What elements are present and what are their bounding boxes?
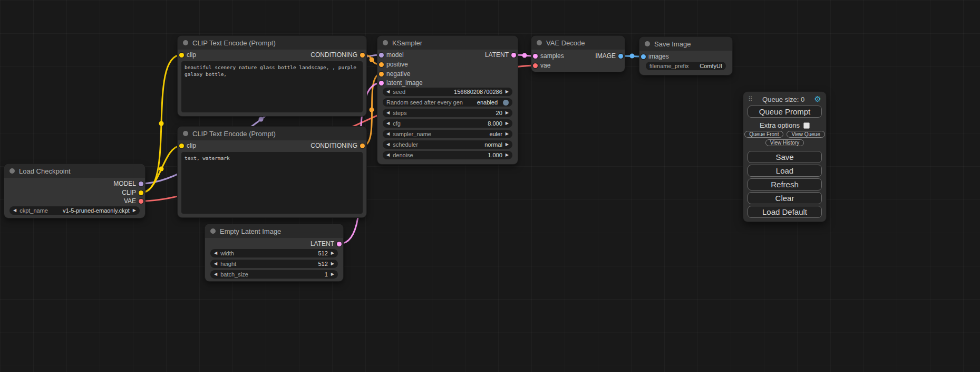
node-ksampler[interactable]: KSampler model positive negative latent_… xyxy=(377,36,518,164)
arrow-left-icon[interactable]: ◀ xyxy=(386,121,390,126)
ckpt-name-widget[interactable]: ◀ ckpt_name v1-5-pruned-emaonly.ckpt ▶ xyxy=(9,206,140,215)
collapse-dot[interactable] xyxy=(9,168,15,174)
node-ksampler-titlebar[interactable]: KSampler xyxy=(377,36,518,50)
conditioning-output-dot[interactable] xyxy=(360,144,365,148)
node-vae-decode-titlebar[interactable]: VAE Decode xyxy=(531,36,625,50)
arrow-left-icon[interactable]: ◀ xyxy=(214,272,217,276)
negative-prompt-textarea[interactable]: text, watermark xyxy=(181,152,363,214)
queue-prompt-button[interactable]: Queue Prompt xyxy=(748,106,822,118)
node-title: Save Image xyxy=(654,40,691,48)
input-slot-clip: clip xyxy=(179,142,196,149)
arrow-left-icon[interactable]: ◀ xyxy=(214,262,217,266)
steps-widget[interactable]: ◀ steps 20 ▶ xyxy=(383,109,512,117)
load-button[interactable]: Load xyxy=(748,165,822,177)
samples-input-dot[interactable] xyxy=(533,54,538,59)
graph-canvas[interactable]: Load Checkpoint MODEL CLIP VAE ◀ ckpt_na… xyxy=(0,0,980,372)
refresh-button[interactable]: Refresh xyxy=(748,178,822,190)
scheduler-widget[interactable]: ◀ scheduler normal ▶ xyxy=(383,140,512,149)
toggle-indicator[interactable] xyxy=(503,100,509,106)
model-input-dot[interactable] xyxy=(379,53,384,58)
denoise-widget[interactable]: ◀ denoise 1.000 ▶ xyxy=(383,151,512,159)
arrow-left-icon[interactable]: ◀ xyxy=(386,90,390,94)
seed-widget[interactable]: ◀ seed 156680208700286 ▶ xyxy=(383,88,512,96)
extra-options-checkbox[interactable] xyxy=(803,122,810,129)
conditioning-output-dot[interactable] xyxy=(360,53,365,58)
random-seed-toggle[interactable]: Random seed after every gen enabled xyxy=(383,98,512,107)
image-output-dot[interactable] xyxy=(618,54,623,59)
arrow-left-icon[interactable]: ◀ xyxy=(386,132,390,136)
menu-header: ⠿ Queue size: 0 ⚙ xyxy=(748,95,821,103)
collapse-dot[interactable] xyxy=(183,131,188,136)
clip-input-dot[interactable] xyxy=(179,53,184,58)
collapse-dot[interactable] xyxy=(537,40,542,45)
batch-size-widget[interactable]: ◀ batch_size 1 ▶ xyxy=(210,270,338,279)
arrow-left-icon[interactable]: ◀ xyxy=(386,111,390,115)
node-clip-text-encode-titlebar[interactable]: CLIP Text Encode (Prompt) xyxy=(178,127,366,140)
cfg-widget[interactable]: ◀ cfg 8.000 ▶ xyxy=(383,119,512,128)
vae-input-dot[interactable] xyxy=(533,63,538,68)
output-slot-vae: VAE xyxy=(124,197,143,205)
node-load-checkpoint-titlebar[interactable]: Load Checkpoint xyxy=(4,164,145,178)
node-vae-decode[interactable]: VAE Decode samples vae IMAGE xyxy=(531,36,625,72)
queue-menu-panel: ⠿ Queue size: 0 ⚙ Queue Prompt Extra opt… xyxy=(743,92,826,222)
clip-input-dot[interactable] xyxy=(179,144,184,148)
node-clip-text-encode-titlebar[interactable]: CLIP Text Encode (Prompt) xyxy=(178,36,366,50)
widget-label: filename_prefix xyxy=(649,63,689,69)
node-clip-text-encode-negative[interactable]: CLIP Text Encode (Prompt) clip CONDITION… xyxy=(178,127,366,217)
positive-prompt-textarea[interactable]: beautiful scenery nature glass bottle la… xyxy=(181,61,363,112)
widget-label: batch_size xyxy=(220,271,248,278)
latent-output-dot[interactable] xyxy=(337,242,342,246)
arrow-right-icon[interactable]: ▶ xyxy=(506,132,509,136)
collapse-dot[interactable] xyxy=(383,40,388,45)
view-queue-button[interactable]: View Queue xyxy=(787,131,824,138)
vae-output-dot[interactable] xyxy=(139,199,143,204)
slot-label: clip xyxy=(187,142,196,149)
node-title: KSampler xyxy=(392,39,422,47)
arrow-right-icon[interactable]: ▶ xyxy=(506,121,509,126)
collapse-dot[interactable] xyxy=(183,40,188,45)
slot-label: MODEL xyxy=(113,180,136,187)
filename-prefix-widget[interactable]: filename_prefix ComfyUI xyxy=(646,62,726,70)
collapse-dot[interactable] xyxy=(210,228,216,234)
arrow-right-icon[interactable]: ▶ xyxy=(506,111,509,115)
input-slot-model: model xyxy=(379,51,404,59)
load-default-button[interactable]: Load Default xyxy=(748,206,822,218)
queue-front-button[interactable]: Queue Front xyxy=(744,131,783,138)
arrow-right-icon[interactable]: ▶ xyxy=(331,251,334,255)
clear-button[interactable]: Clear xyxy=(748,192,822,204)
arrow-right-icon[interactable]: ▶ xyxy=(506,142,509,147)
clip-output-dot[interactable] xyxy=(139,190,143,195)
height-widget[interactable]: ◀ height 512 ▶ xyxy=(210,260,338,268)
node-save-image[interactable]: Save Image images filename_prefix ComfyU… xyxy=(639,37,732,75)
arrow-right-icon[interactable]: ▶ xyxy=(506,153,509,157)
widget-value: 156680208700286 xyxy=(454,89,502,95)
arrow-left-icon[interactable]: ◀ xyxy=(214,251,217,255)
negative-input-dot[interactable] xyxy=(379,72,384,77)
view-history-button[interactable]: View History xyxy=(765,139,804,146)
drag-handle-icon[interactable]: ⠿ xyxy=(748,96,753,103)
node-save-image-titlebar[interactable]: Save Image xyxy=(639,37,732,51)
input-slot-clip: clip xyxy=(179,51,196,59)
latent-image-input-dot[interactable] xyxy=(379,81,384,85)
node-load-checkpoint[interactable]: Load Checkpoint MODEL CLIP VAE ◀ ckpt_na… xyxy=(4,164,145,218)
latent-output-dot[interactable] xyxy=(511,53,516,58)
arrow-right-icon[interactable]: ▶ xyxy=(331,262,334,266)
positive-input-dot[interactable] xyxy=(379,62,384,67)
arrow-right-icon[interactable]: ▶ xyxy=(133,208,136,213)
width-widget[interactable]: ◀ width 512 ▶ xyxy=(210,249,338,257)
settings-gear-icon[interactable]: ⚙ xyxy=(814,94,821,104)
model-output-dot[interactable] xyxy=(139,182,143,186)
extra-options-row: Extra options xyxy=(743,121,826,129)
node-empty-latent-image-titlebar[interactable]: Empty Latent Image xyxy=(205,224,343,238)
arrow-right-icon[interactable]: ▶ xyxy=(506,90,509,94)
save-button[interactable]: Save xyxy=(748,151,822,163)
images-input-dot[interactable] xyxy=(641,54,646,59)
arrow-left-icon[interactable]: ◀ xyxy=(13,208,16,213)
node-clip-text-encode-positive[interactable]: CLIP Text Encode (Prompt) clip CONDITION… xyxy=(178,36,366,116)
collapse-dot[interactable] xyxy=(645,41,650,46)
sampler-name-widget[interactable]: ◀ sampler_name euler ▶ xyxy=(383,130,512,138)
arrow-right-icon[interactable]: ▶ xyxy=(331,272,334,276)
arrow-left-icon[interactable]: ◀ xyxy=(386,142,390,147)
arrow-left-icon[interactable]: ◀ xyxy=(386,153,390,157)
node-empty-latent-image[interactable]: Empty Latent Image LATENT ◀ width 512 ▶ … xyxy=(205,224,343,281)
